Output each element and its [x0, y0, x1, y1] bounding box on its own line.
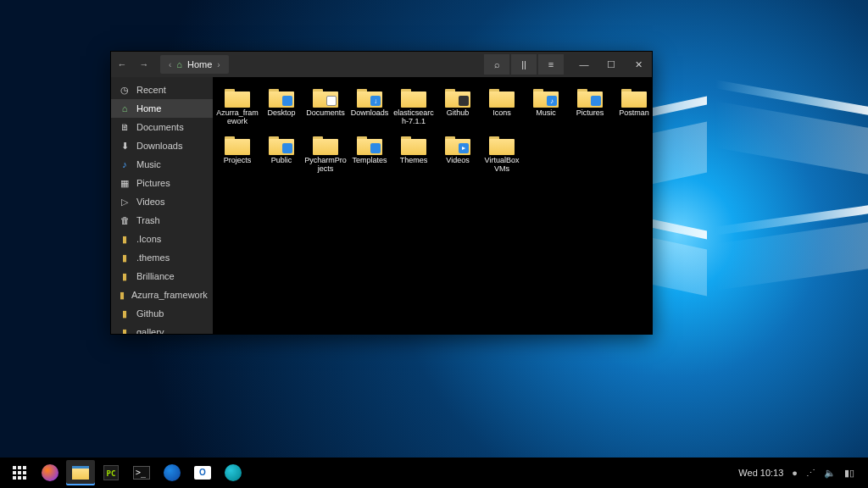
folder-item[interactable]: Public: [260, 133, 303, 175]
folder-label: VirtualBox VMs: [481, 157, 523, 174]
folder-icon: ▮: [120, 308, 130, 319]
hamburger-icon: ≡: [548, 59, 554, 69]
taskbar-app-apps-menu[interactable]: [5, 460, 34, 485]
folder-badge-icon: [459, 96, 469, 106]
content-pane[interactable]: Azurra_frameworkDesktopDocuments↓Downloa…: [213, 77, 652, 334]
sidebar-item-home[interactable]: ⌂Home: [111, 99, 213, 118]
sidebar-item-label: Documents: [136, 122, 184, 132]
folder-item[interactable]: Github: [437, 86, 479, 128]
sidebar-item-documents[interactable]: 🗎Documents: [111, 118, 213, 136]
taskbar-app-pycharm[interactable]: PC: [97, 460, 125, 485]
folder-icon: [445, 87, 470, 108]
record-indicator-icon[interactable]: ●: [792, 468, 798, 478]
sidebar-item-label: Azurra_framework: [131, 290, 208, 300]
volume-icon[interactable]: 🔈: [824, 468, 836, 479]
folder-label: Pictures: [576, 109, 604, 118]
menu-button[interactable]: ≡: [538, 54, 564, 75]
folder-icon: [313, 135, 338, 155]
folder-item[interactable]: Themes: [392, 133, 435, 175]
sidebar-item-recent[interactable]: ◷Recent: [111, 80, 213, 99]
taskbar-app-media[interactable]: [219, 460, 248, 485]
sidebar-item-videos[interactable]: ▷Videos: [111, 192, 213, 211]
folder-item[interactable]: Desktop: [260, 86, 303, 128]
sidebar-item-music[interactable]: ♪Music: [111, 155, 213, 174]
folder-item[interactable]: Pictures: [569, 86, 611, 128]
folder-icon: ▮: [120, 234, 130, 245]
folder-icon: [225, 135, 250, 155]
pause-icon: ||: [521, 59, 526, 69]
folder-item[interactable]: elasticsearch-7.1.1: [392, 86, 435, 128]
folder-icon: ▮: [120, 290, 125, 301]
pic-icon: ▦: [120, 178, 130, 189]
doc-icon: 🗎: [120, 122, 130, 132]
folder-item[interactable]: Templates: [348, 133, 391, 175]
path-bar[interactable]: ‹ ⌂ Home ›: [160, 55, 229, 74]
taskbar-app-outlook[interactable]: O: [188, 460, 217, 485]
folder-icon: [269, 87, 294, 108]
nav-forward-button[interactable]: →: [133, 54, 155, 75]
sidebar-item--icons[interactable]: ▮.Icons: [111, 230, 213, 248]
sidebar-item-azurra-framework[interactable]: ▮Azurra_framework: [111, 286, 213, 304]
folder-item[interactable]: VirtualBox VMs: [481, 133, 523, 175]
taskbar-app-terminal[interactable]: >_: [127, 460, 156, 485]
folder-item[interactable]: Icons: [481, 86, 523, 128]
sidebar-item-trash[interactable]: 🗑Trash: [111, 211, 213, 230]
folder-badge-icon: [326, 96, 337, 106]
search-button[interactable]: ⌕: [484, 54, 509, 75]
folder-label: elasticsearch-7.1.1: [392, 109, 435, 126]
folder-label: Postman: [619, 109, 649, 118]
clock-icon: ◷: [120, 85, 130, 96]
sidebar-item-label: Downloads: [136, 141, 182, 151]
home-icon: ⌂: [176, 59, 182, 69]
folder-item[interactable]: Documents: [304, 86, 347, 128]
sidebar-item--themes[interactable]: ▮.themes: [111, 248, 213, 267]
folder-icon: ▮: [120, 327, 130, 335]
folder-label: Public: [271, 157, 292, 165]
maximize-button[interactable]: ☐: [598, 54, 625, 75]
sidebar-item-label: .themes: [136, 252, 170, 263]
sidebar-item-pictures[interactable]: ▦Pictures: [111, 174, 213, 192]
battery-icon[interactable]: ▮▯: [844, 468, 854, 479]
media-icon: [225, 464, 242, 481]
view-toggle-button[interactable]: ||: [511, 54, 537, 75]
network-icon[interactable]: ⋰: [806, 468, 815, 479]
folder-item[interactable]: PycharmProjects: [304, 133, 347, 175]
path-prev-icon: ‹: [169, 60, 171, 69]
folder-item[interactable]: Projects: [216, 133, 259, 175]
folder-item[interactable]: ↓Downloads: [348, 86, 391, 128]
clock[interactable]: Wed 10:13: [738, 468, 783, 478]
folder-icon: [357, 135, 382, 155]
sidebar-item-downloads[interactable]: ⬇Downloads: [111, 136, 213, 155]
files-icon: [72, 466, 89, 480]
titlebar[interactable]: ← → ‹ ⌂ Home › ⌕ || ≡ — ☐ ✕: [111, 52, 652, 77]
taskbar-app-firefox[interactable]: [36, 460, 64, 485]
folder-icon: ↓: [357, 87, 382, 108]
folder-icon: [313, 87, 338, 108]
minimize-button[interactable]: —: [570, 54, 598, 75]
sidebar-item-brilliance[interactable]: ▮Brilliance: [111, 267, 213, 286]
nav-back-button[interactable]: ←: [111, 54, 133, 75]
folder-item[interactable]: ♪Music: [525, 86, 567, 128]
folder-item[interactable]: Postman: [613, 86, 652, 128]
folder-icon: [401, 87, 426, 108]
folder-icon: [489, 87, 515, 108]
taskbar-app-chromium[interactable]: [158, 460, 186, 485]
sidebar-item-label: Trash: [136, 215, 160, 225]
system-tray[interactable]: Wed 10:13 ● ⋰ 🔈 ▮▯: [738, 468, 863, 479]
folder-item[interactable]: ▸Videos: [437, 133, 479, 175]
taskbar-app-files[interactable]: [66, 460, 95, 485]
folder-badge-icon: [591, 96, 601, 106]
chromium-icon: [164, 464, 181, 481]
folder-badge-icon: [282, 96, 292, 106]
folder-icon: [577, 87, 603, 108]
sidebar-item-gallery[interactable]: ▮gallery: [111, 323, 213, 334]
sidebar-item-label: gallery: [136, 327, 164, 334]
sidebar-item-github[interactable]: ▮Github: [111, 304, 213, 323]
folder-icon: ▮: [120, 271, 130, 282]
apps-grid-icon: [13, 466, 26, 480]
folder-item[interactable]: Azurra_framework: [216, 86, 259, 128]
close-button[interactable]: ✕: [625, 54, 652, 75]
video-icon: ▷: [120, 197, 130, 208]
sidebar-item-label: Home: [136, 103, 161, 114]
minimize-icon: —: [580, 59, 589, 69]
